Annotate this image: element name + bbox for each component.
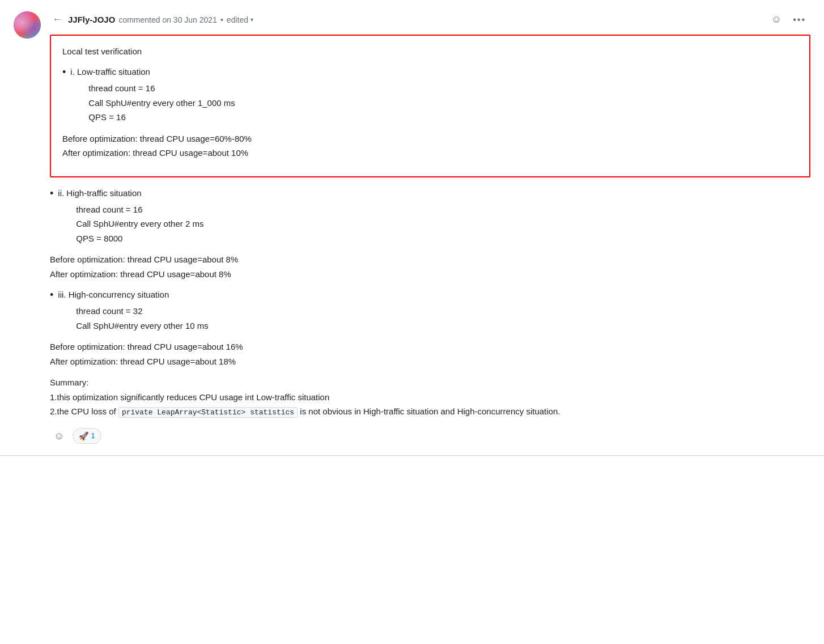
comment-dot: • xyxy=(220,15,223,24)
rocket-reaction-count: 1 xyxy=(91,430,95,442)
summary-block: Summary: 1.this optimization significant… xyxy=(50,375,810,419)
bullet-item-i: • i. Low-traffic situation thread count … xyxy=(62,65,798,125)
comment-header: ← JJFly-JOJO commented on 30 Jun 2021 • … xyxy=(50,11,810,28)
situation-iii-after: After optimization: thread CPU usage=abo… xyxy=(50,354,810,369)
situation-iii-label: High-concurrency situation xyxy=(69,290,169,299)
section-title: Local test verification xyxy=(62,45,798,58)
situation-i-after: After optimization: thread CPU usage=abo… xyxy=(62,146,798,160)
avatar xyxy=(14,11,41,39)
situation-i-block: • i. Low-traffic situation thread count … xyxy=(62,65,798,125)
comment-container: ← JJFly-JOJO commented on 30 Jun 2021 • … xyxy=(0,0,824,456)
situation-ii-stats: Before optimization: thread CPU usage=ab… xyxy=(50,252,810,281)
avatar-image xyxy=(14,11,41,39)
situation-ii-detail-1: thread count = 16 xyxy=(76,202,810,217)
bullet-dot-iii: • xyxy=(50,288,53,302)
summary-line-1: 1.this optimization significantly reduce… xyxy=(50,390,810,405)
comment-body: Local test verification • i. Low-traffic… xyxy=(50,35,810,444)
back-arrow-icon[interactable]: ← xyxy=(50,11,65,28)
situation-iii-title: iii. High-concurrency situation xyxy=(58,288,810,302)
situation-iii-detail-2: Call SphU#entry every other 10 ms xyxy=(76,319,810,333)
situation-ii-title: ii. High-traffic situation xyxy=(58,187,810,200)
summary-line-2: 2.the CPU loss of private LeapArray<Stat… xyxy=(50,404,810,419)
edited-label: edited xyxy=(227,15,248,24)
comment-meta: commented on 30 Jun 2021 xyxy=(118,15,217,24)
comment-main: ← JJFly-JOJO commented on 30 Jun 2021 • … xyxy=(50,11,810,444)
add-reaction-button[interactable]: ☺ xyxy=(769,11,784,28)
bullet-item-ii: • ii. High-traffic situation thread coun… xyxy=(50,187,810,246)
edited-badge[interactable]: edited ▾ xyxy=(227,15,253,24)
situation-i-detail-3: QPS = 16 xyxy=(88,110,798,125)
highlighted-section: Local test verification • i. Low-traffic… xyxy=(50,35,810,177)
situation-i-title: i. Low-traffic situation xyxy=(70,65,798,79)
add-reaction-emoji-button[interactable]: ☺ xyxy=(50,429,68,444)
bullet-item-iii: • iii. High-concurrency situation thread… xyxy=(50,288,810,333)
situation-iii-roman: iii. xyxy=(58,290,68,299)
more-options-button[interactable]: ••• xyxy=(788,12,810,27)
situation-i-detail-1: thread count = 16 xyxy=(88,81,798,96)
rocket-reaction-pill[interactable]: 🚀 1 xyxy=(73,428,101,444)
bullet-dot-ii: • xyxy=(50,187,53,201)
situation-iii-stats: Before optimization: thread CPU usage=ab… xyxy=(50,340,810,368)
summary-title: Summary: xyxy=(50,375,810,390)
situation-ii-detail-3: QPS = 8000 xyxy=(76,231,810,246)
comment-header-left: ← JJFly-JOJO commented on 30 Jun 2021 • … xyxy=(50,11,253,28)
rocket-emoji: 🚀 xyxy=(79,430,88,442)
situation-i-stats: Before optimization: thread CPU usage=60… xyxy=(62,132,798,160)
situation-i-label: Low-traffic situation xyxy=(77,67,150,77)
situation-ii-block: • ii. High-traffic situation thread coun… xyxy=(50,187,810,246)
situation-ii-after: After optimization: thread CPU usage=abo… xyxy=(50,267,810,282)
bullet-content-ii: ii. High-traffic situation thread count … xyxy=(58,187,810,246)
situation-i-roman: i. xyxy=(70,67,77,77)
bullet-content-iii: iii. High-concurrency situation thread c… xyxy=(58,288,810,333)
situation-iii-before: Before optimization: thread CPU usage=ab… xyxy=(50,340,810,354)
comment-header-right: ☺ ••• xyxy=(769,11,810,28)
situation-i-before: Before optimization: thread CPU usage=60… xyxy=(62,132,798,146)
situation-iii-detail-1: thread count = 32 xyxy=(76,304,810,319)
situation-ii-detail-2: Call SphU#entry every other 2 ms xyxy=(76,217,810,231)
bullet-content-i: i. Low-traffic situation thread count = … xyxy=(70,65,798,125)
bullet-dot-i: • xyxy=(62,65,66,79)
situation-i-detail-2: Call SphU#entry every other 1_000 ms xyxy=(88,96,798,111)
situation-iii-block: • iii. High-concurrency situation thread… xyxy=(50,288,810,333)
situation-ii-before: Before optimization: thread CPU usage=ab… xyxy=(50,252,810,267)
situation-ii-label: High-traffic situation xyxy=(66,188,141,198)
reaction-bar: ☺ 🚀 1 xyxy=(50,428,810,444)
comment-username: JJFly-JOJO xyxy=(68,15,115,24)
inline-code: private LeapArray<Statistic> statistics xyxy=(118,407,298,418)
chevron-down-icon: ▾ xyxy=(250,16,253,23)
situation-ii-roman: ii. xyxy=(58,188,66,198)
